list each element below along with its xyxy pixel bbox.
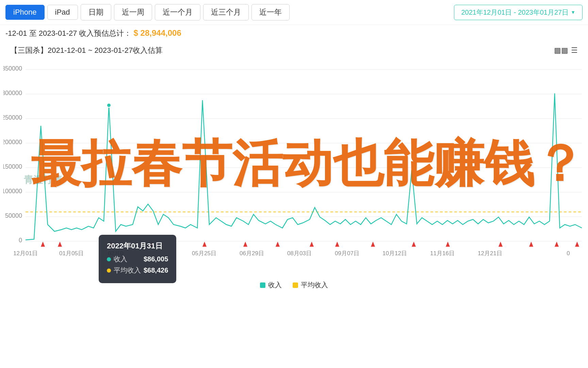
svg-text:50000: 50000: [5, 212, 22, 219]
chart-container: 【三国杀】2021-12-01 ~ 2023-01-27收入估算 ▩▩ ☰ 35…: [3, 42, 585, 292]
svg-text:05月25日: 05月25日: [192, 250, 216, 257]
tooltip-value-revenue: $86,005: [144, 255, 168, 263]
filter-week[interactable]: 近一周: [114, 4, 152, 20]
svg-marker-29: [499, 242, 503, 247]
legend-dot-revenue: [260, 282, 265, 288]
summary-amount: $ 28,944,006: [134, 28, 181, 37]
svg-marker-17: [41, 242, 45, 247]
svg-text:100000: 100000: [3, 188, 22, 195]
chart-legend: 收入 平均收入: [3, 277, 585, 292]
svg-text:12月21日: 12月21日: [478, 250, 502, 257]
svg-marker-23: [276, 242, 280, 247]
svg-text:01月05日: 01月05日: [59, 250, 84, 257]
svg-text:0: 0: [19, 237, 22, 244]
summary-line: -12-01 至 2023-01-27 收入预估总计： $ 28,944,006: [0, 25, 588, 42]
svg-marker-28: [446, 242, 450, 247]
svg-marker-25: [335, 242, 339, 247]
chart-header: 【三国杀】2021-12-01 ~ 2023-01-27收入估算 ▩▩ ☰: [3, 42, 585, 58]
tooltip-label-revenue: 收入: [114, 255, 141, 264]
tooltip-row-avg: 平均收入 $68,426: [107, 266, 168, 275]
toolbar: iPhone iPad 日期 近一周 近一个月 近三个月 近一年 2021年12…: [0, 0, 588, 25]
filter-month[interactable]: 近一个月: [155, 4, 200, 20]
filter-three-months[interactable]: 近三个月: [203, 4, 249, 20]
chevron-down-icon: ▼: [571, 10, 575, 15]
chart-title: 【三国杀】2021-12-01 ~ 2023-01-27收入估算: [10, 45, 163, 56]
revenue-chart[interactable]: 350000 300000 250000 200000 150000 10000…: [3, 58, 585, 276]
svg-marker-26: [371, 242, 375, 247]
svg-text:0: 0: [567, 250, 570, 257]
filter-date[interactable]: 日期: [81, 4, 111, 20]
svg-marker-21: [202, 242, 207, 247]
chart-svg-wrapper: 350000 300000 250000 200000 150000 10000…: [3, 58, 585, 277]
svg-marker-32: [575, 242, 579, 247]
tooltip-label-avg: 平均收入: [114, 266, 141, 275]
svg-marker-18: [58, 242, 62, 247]
chart-icon-group: ▩▩ ☰: [554, 46, 578, 55]
summary-prefix: -12-01 至 2023-01-27 收入预估总计：: [5, 29, 131, 37]
legend-item-revenue: 收入: [260, 280, 282, 290]
svg-text:06月29日: 06月29日: [240, 250, 264, 257]
svg-text:150000: 150000: [3, 163, 22, 170]
svg-text:10月12日: 10月12日: [382, 250, 407, 257]
chart-tooltip: 2022年01月31日 收入 $86,005 平均收入 $68,426: [99, 235, 176, 283]
tooltip-row-revenue: 收入 $86,005: [107, 255, 168, 264]
tooltip-dot-avg: [107, 269, 111, 273]
svg-text:12月01日: 12月01日: [13, 250, 38, 257]
svg-text:250000: 250000: [3, 114, 22, 121]
svg-text:09月07日: 09月07日: [335, 250, 359, 257]
menu-icon[interactable]: ☰: [571, 46, 578, 55]
tab-ipad[interactable]: iPad: [47, 5, 78, 20]
svg-marker-27: [412, 242, 416, 247]
svg-text:300000: 300000: [3, 90, 22, 96]
legend-label-revenue: 收入: [268, 280, 282, 290]
svg-marker-24: [310, 242, 314, 247]
svg-text:08月03日: 08月03日: [287, 250, 312, 257]
svg-marker-22: [243, 242, 247, 247]
svg-text:11月16日: 11月16日: [430, 250, 455, 257]
svg-point-33: [107, 103, 111, 107]
tooltip-dot-revenue: [107, 257, 111, 261]
svg-text:200000: 200000: [3, 139, 22, 145]
tab-iphone[interactable]: iPhone: [5, 5, 45, 20]
filter-year[interactable]: 近一年: [251, 4, 290, 20]
date-range-picker[interactable]: 2021年12月01日 - 2023年01月27日 ▼: [454, 5, 583, 20]
bar-chart-icon[interactable]: ▩▩: [554, 46, 568, 55]
legend-dot-avg: [293, 282, 298, 288]
date-range-label: 2021年12月01日 - 2023年01月27日: [461, 8, 569, 17]
svg-marker-31: [555, 242, 559, 247]
tooltip-date: 2022年01月31日: [107, 241, 168, 251]
tooltip-value-avg: $68,426: [144, 266, 168, 274]
svg-marker-30: [529, 242, 533, 247]
legend-item-avg: 平均收入: [293, 280, 328, 290]
legend-label-avg: 平均收入: [301, 280, 328, 290]
svg-text:350000: 350000: [3, 65, 22, 72]
